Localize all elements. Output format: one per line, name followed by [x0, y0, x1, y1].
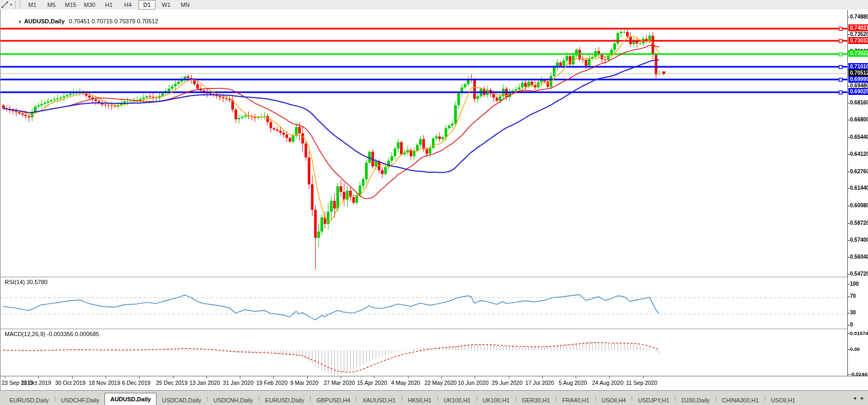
timeframe-button-m5[interactable]: M5: [43, 0, 60, 10]
time-axis-label: 5 Aug 2020: [559, 380, 587, 386]
toolbar-grip[interactable]: [15, 1, 21, 8]
time-axis[interactable]: 23 Sep 201911 Oct 201930 Oct 201918 Nov …: [1, 376, 868, 391]
price-axis-tick: 0.60080: [848, 202, 868, 209]
chart-tab-dj30-daily[interactable]: DJ30,Daily: [676, 395, 715, 405]
tick-mark: [848, 284, 849, 285]
chart-tab-usdcnh-daily[interactable]: USDCNH,Daily: [208, 395, 258, 405]
price-axis-tick: 0.62760: [848, 169, 868, 175]
chart-tab-hk50-h1[interactable]: HK50,H1: [403, 395, 437, 405]
time-axis-tick: [273, 376, 274, 378]
chart-tab-china300-h1[interactable]: CHINA300,H1: [716, 395, 764, 405]
time-axis-label: 18 Nov 2019: [89, 380, 120, 386]
price-axis-tick: 0.73520: [848, 31, 868, 38]
main-chart-canvas[interactable]: [1, 11, 847, 277]
time-axis-tick: [542, 376, 543, 378]
price-axis[interactable]: 0.748800.735200.721600.708000.694800.681…: [847, 10, 868, 376]
line-studies-dropdown-icon[interactable]: ▼: [10, 3, 13, 6]
tick-mark: [848, 137, 849, 138]
tick-mark: [848, 257, 849, 258]
line-studies-icon[interactable]: ▼: [0, 1, 14, 9]
price-axis-tick: 0.54720: [848, 271, 868, 277]
time-axis-tick: [5, 376, 5, 378]
chart-tab-eurusd-daily[interactable]: EURUSD,Daily: [260, 395, 310, 405]
time-axis-label: 11 Sep 2020: [626, 380, 657, 386]
timeframe-button-h1[interactable]: H1: [100, 0, 117, 10]
timeframe-button-mn[interactable]: MN: [177, 0, 194, 10]
timeframe-button-m15[interactable]: M15: [62, 0, 79, 10]
chart-tab-usoil-h4[interactable]: USOil,H4: [596, 395, 631, 405]
timeframe-button-m1[interactable]: M1: [24, 0, 41, 10]
time-axis-tick: [72, 376, 73, 378]
time-axis-label: 22 May 2020: [424, 380, 457, 386]
chart-tab-bar: EURUSD,Daily|USDCHF,DailyAUDUSD,DailyUSD…: [0, 390, 868, 405]
tick-mark: [848, 206, 849, 206]
time-axis-label: 4 May 2020: [391, 380, 420, 386]
toolbar: ▼ M1M5M15M30H1H4D1W1MN: [0, 0, 868, 10]
line-studies-glyph: [1, 1, 8, 8]
rsi-label: RSI(14) 30.5780: [5, 279, 48, 285]
tick-mark: [848, 240, 849, 241]
chart-tab-uk100-h1[interactable]: UK100,H1: [438, 395, 476, 405]
timeframe-button-h4[interactable]: H4: [119, 0, 136, 10]
time-axis-tick: [576, 376, 576, 378]
macd-canvas[interactable]: [1, 330, 847, 376]
chart-tab-xauusd-h1[interactable]: XAUUSD,H1: [357, 395, 401, 405]
tick-mark: [848, 34, 849, 35]
chart-tab-usdjpy-h1[interactable]: USDJPY,H1: [632, 395, 674, 405]
time-axis-tick: [307, 376, 308, 378]
chart-tab-audusd-daily[interactable]: AUDUSD,Daily: [105, 393, 157, 405]
time-axis-tick: [240, 376, 240, 378]
chart-tab-ger30-h1[interactable]: GER30,H1: [516, 395, 555, 405]
tick-mark: [848, 17, 849, 17]
tick-mark: [848, 313, 849, 313]
tick-mark: [848, 188, 849, 189]
time-axis-tick: [408, 376, 409, 378]
chart-tab-gbpusd-h4[interactable]: GBPUSD,H4: [311, 395, 355, 405]
time-axis-label: 17 Jul 2020: [525, 380, 554, 386]
timeframe-button-d1[interactable]: D1: [138, 0, 155, 10]
time-axis-tick: [609, 376, 610, 378]
timeframe-button-w1[interactable]: W1: [158, 0, 175, 10]
level-price-tag: 0.69025: [848, 88, 868, 95]
macd-axis-tick: -0.02441: [848, 371, 868, 377]
time-axis-tick: [509, 376, 509, 378]
tick-mark: [848, 223, 849, 224]
tick-mark: [848, 349, 849, 350]
macd-indicator-panel: MACD(12,26,9) -0.003356 0.000685: [1, 329, 847, 376]
tick-mark: [848, 154, 849, 155]
dropdown-icon[interactable]: ▼: [18, 20, 22, 24]
price-axis-tick: 0.61440: [848, 185, 868, 191]
chart-tab-fra40-h1[interactable]: FRA40,H1: [557, 395, 595, 405]
timeframe-button-m30[interactable]: M30: [81, 0, 98, 10]
rsi-indicator-panel: RSI(14) 30.5780: [1, 277, 847, 329]
time-axis-label: 9 Mar 2020: [290, 380, 318, 386]
time-axis-tick: [341, 376, 341, 378]
time-axis-label: 6 Dec 2019: [122, 380, 151, 386]
chart-tab-usoil-h1[interactable]: USOil,H1: [766, 395, 801, 405]
macd-axis-tick: 0.015741: [848, 330, 868, 337]
time-axis-label: 24 Aug 2020: [592, 380, 623, 386]
level-price-tag: 0.73033: [848, 37, 868, 44]
price-axis-tick: 0.68160: [848, 100, 868, 106]
mt4-application: { "toolbar": { "timeframes": ["M1","M5",…: [0, 0, 868, 405]
tab-scroll-left-button[interactable]: ◄: [852, 395, 857, 401]
tick-mark: [848, 103, 849, 103]
chart-symbol-label: AUDUSD,Daily: [24, 18, 64, 24]
time-axis-label: 27 Mar 2020: [324, 380, 355, 386]
price-axis-tick: 0.56040: [848, 254, 868, 260]
chart-tab-usdcad-daily[interactable]: USDCAD,Daily: [157, 395, 206, 405]
price-axis-tick: 0.65440: [848, 134, 868, 140]
timeframe-button-group: M1M5M15M30H1H4D1W1MN: [23, 0, 195, 10]
price-axis-tick: 0.64120: [848, 151, 868, 157]
tick-mark: [848, 333, 849, 334]
rsi-canvas[interactable]: [1, 278, 847, 329]
chart-tab-uk100-h1[interactable]: UK100,H1: [478, 395, 515, 405]
rsi-axis-tick: 0: [848, 322, 868, 328]
chart-tab-eurusd-daily[interactable]: EURUSD,Daily: [4, 395, 54, 405]
chart-tab-usdchf-daily[interactable]: USDCHF,Daily: [56, 395, 105, 405]
level-price-tag: 0.72022: [848, 50, 868, 57]
macd-axis-tick: 0.00: [848, 346, 868, 353]
time-axis-label: 19 Feb 2020: [256, 380, 288, 386]
tick-mark: [848, 325, 849, 325]
tab-scroll-right-button[interactable]: ►: [860, 395, 865, 401]
